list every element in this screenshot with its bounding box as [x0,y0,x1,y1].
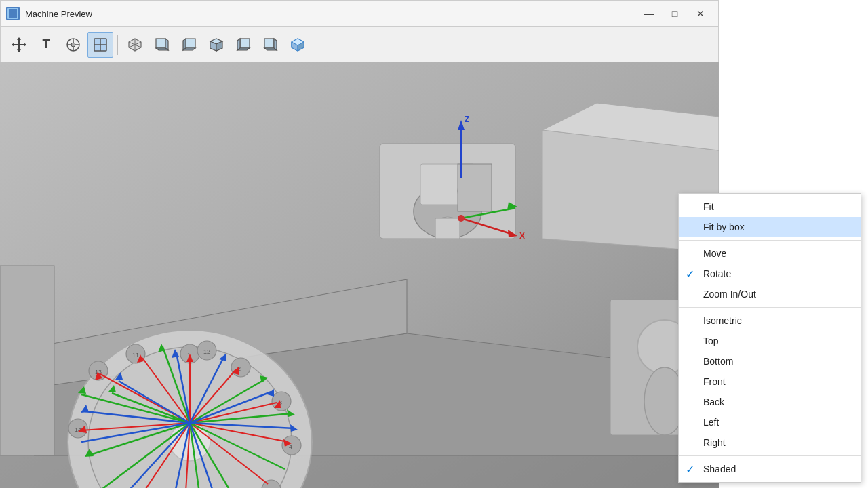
tool3-button[interactable] [60,32,86,58]
svg-marker-24 [183,48,195,50]
minimize-button[interactable]: — [637,4,661,23]
menu-item-rotate[interactable]: ✓Rotate [679,264,861,284]
text-tool-button[interactable]: T [33,32,59,58]
front-view-button[interactable] [149,32,175,58]
text-tool-icon: T [43,37,50,52]
svg-rect-1 [10,11,16,16]
iso-view-icon [127,37,143,53]
toolbar-sep1 [117,35,118,55]
top-view-button[interactable] [203,32,229,58]
svg-marker-21 [156,48,168,50]
maximize-button[interactable]: □ [663,4,687,23]
menu-separator [679,307,861,308]
svg-point-63 [458,215,465,222]
svg-marker-30 [237,48,250,50]
menu-label-front: Front [703,376,726,387]
tool4-button[interactable] [87,32,113,58]
menu-item-front[interactable]: Front [679,371,861,392]
menu-label-rotate: Rotate [703,268,731,279]
menu-item-top[interactable]: Top [679,331,861,351]
svg-rect-28 [240,39,250,48]
checkmark-icon: ✓ [686,463,694,476]
svg-rect-42 [0,266,54,455]
svg-point-11 [71,43,75,47]
toolbar: T [0,27,719,62]
menu-label-move: Move [703,248,726,259]
svg-marker-22 [186,39,195,48]
menu-item-fit[interactable]: Fit [679,197,861,217]
svg-marker-33 [264,48,277,50]
menu-item-bottom[interactable]: Bottom [679,351,861,371]
svg-marker-5 [17,49,21,52]
move-icon [11,37,27,53]
menu-label-isometric: Isometric [703,315,742,326]
iso-view-button[interactable] [122,32,148,58]
svg-marker-4 [17,37,21,40]
svg-rect-49 [435,218,460,239]
menu-separator [679,240,861,241]
menu-label-zoom-inout: Zoom In/Out [703,289,756,300]
context-menu: FitFit by boxMove✓RotateZoom In/OutIsome… [678,193,861,483]
window-title: Machine Preview [25,9,637,19]
svg-rect-47 [458,164,492,211]
menu-label-fit: Fit [703,201,714,212]
scene-svg: Z X 1 2 3 4 [0,62,719,488]
menu-label-left: Left [703,417,719,428]
menu-item-right[interactable]: Right [679,432,861,453]
svg-text:Z: Z [465,115,469,124]
menu-item-shaded[interactable]: ✓Shaded [679,459,861,479]
tool3-icon [65,37,81,53]
menu-label-shaded: Shaded [703,464,736,474]
tool4-icon [92,37,108,53]
menu-label-fit-by-box: Fit by box [703,222,745,232]
svg-rect-19 [156,39,165,48]
front-view-icon [154,37,170,53]
menu-label-back: Back [703,396,724,407]
svg-rect-31 [264,39,274,48]
menu-label-top: Top [703,336,719,346]
svg-marker-6 [12,43,14,47]
menu-item-left[interactable]: Left [679,412,861,432]
viewport[interactable]: Z X 1 2 3 4 [0,62,719,488]
menu-item-back[interactable]: Back [679,392,861,412]
menu-item-isometric[interactable]: Isometric [679,310,861,331]
title-bar: Machine Preview — □ ✕ [0,0,719,27]
3d-view-button[interactable] [285,32,311,58]
menu-item-zoom-inout[interactable]: Zoom In/Out [679,284,861,304]
svg-text:12: 12 [203,348,210,355]
svg-marker-7 [24,43,26,47]
svg-text:X: X [519,231,525,241]
menu-item-fit-by-box[interactable]: Fit by box [679,217,861,237]
3d-view-icon [290,37,306,53]
move-tool-button[interactable] [6,32,32,58]
right-view-icon [181,37,197,53]
app-icon [6,7,20,20]
top-view-icon [208,37,224,53]
close-button[interactable]: ✕ [688,4,713,23]
menu-label-right: Right [703,437,726,448]
title-controls: — □ ✕ [637,4,713,23]
checkmark-icon: ✓ [686,268,694,281]
right-view-button[interactable] [176,32,202,58]
menu-item-move[interactable]: Move [679,243,861,264]
back-view-icon [235,37,252,53]
svg-text:11: 11 [132,352,139,359]
left-view-button[interactable] [258,32,283,58]
menu-label-bottom: Bottom [703,356,733,367]
left-view-icon [262,37,279,53]
menu-separator [679,455,861,456]
back-view-button[interactable] [231,32,256,58]
